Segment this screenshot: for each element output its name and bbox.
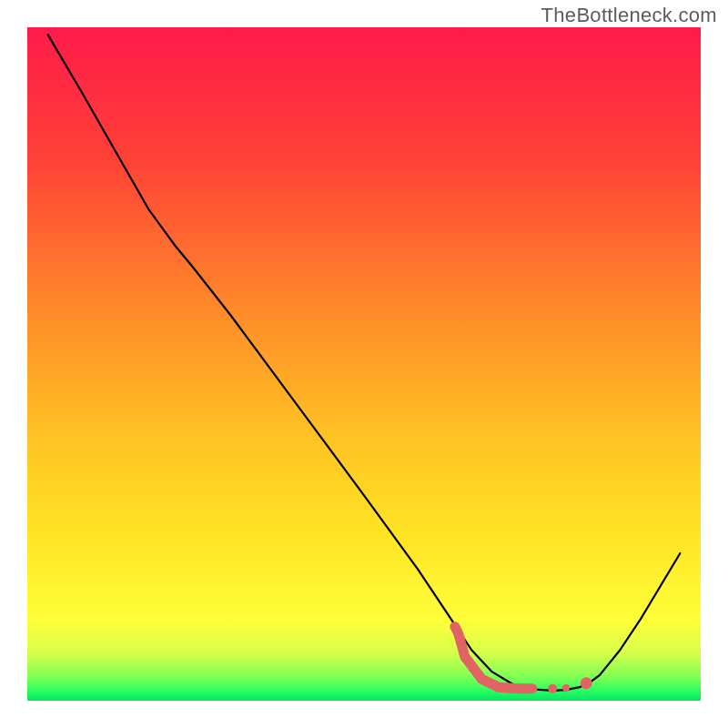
bottleneck-chart (0, 0, 728, 728)
highlight-dot-1 (548, 684, 557, 693)
attribution-label: TheBottleneck.com (541, 4, 717, 27)
chart-container: TheBottleneck.com (0, 0, 728, 728)
highlight-dot-2 (562, 684, 570, 692)
highlight-dot-3 (581, 677, 592, 689)
plot-background (27, 27, 701, 701)
